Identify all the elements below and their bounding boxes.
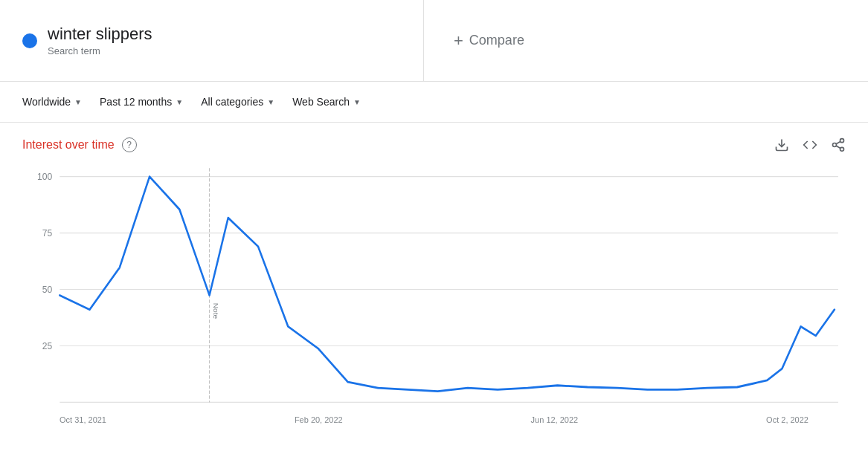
download-icon <box>774 137 789 152</box>
svg-point-2 <box>833 143 837 147</box>
x-label-jun2022: Jun 12, 2022 <box>531 415 579 424</box>
chart-section: Interest over time ? <box>0 123 868 432</box>
trend-line <box>60 177 835 392</box>
categories-dropdown-arrow: ▼ <box>267 98 274 106</box>
search-term-name: winter slippers <box>48 25 152 44</box>
region-label: Worldwide <box>22 96 71 108</box>
compare-label: Compare <box>469 33 524 48</box>
help-icon[interactable]: ? <box>122 137 137 152</box>
filter-bar: Worldwide ▼ Past 12 months ▼ All categor… <box>0 82 868 123</box>
svg-line-4 <box>836 146 840 148</box>
region-filter[interactable]: Worldwide ▼ <box>15 91 89 112</box>
search-term-sub: Search term <box>48 45 152 56</box>
time-filter[interactable]: Past 12 months ▼ <box>92 91 190 112</box>
download-button[interactable] <box>774 137 789 152</box>
region-dropdown-arrow: ▼ <box>74 98 82 106</box>
search-type-filter[interactable]: Web Search ▼ <box>285 91 368 112</box>
svg-point-3 <box>840 147 844 151</box>
x-axis-labels: Oct 31, 2021 Feb 20, 2022 Jun 12, 2022 O… <box>22 412 846 424</box>
chart-actions <box>774 137 846 152</box>
plus-icon: + <box>454 31 463 51</box>
svg-text:25: 25 <box>42 340 52 351</box>
chart-title-group: Interest over time ? <box>22 137 137 152</box>
time-dropdown-arrow: ▼ <box>176 98 183 106</box>
time-label: Past 12 months <box>100 96 172 108</box>
compare-button[interactable]: + Compare <box>454 31 524 51</box>
svg-text:75: 75 <box>42 227 52 239</box>
search-type-dropdown-arrow: ▼ <box>353 98 361 106</box>
svg-line-5 <box>836 141 840 143</box>
compare-section: + Compare <box>424 16 868 65</box>
trend-chart-svg: 100 75 50 25 Note <box>22 160 846 412</box>
x-label-feb2022: Feb 20, 2022 <box>295 415 343 424</box>
header: winter slippers Search term + Compare <box>0 0 868 82</box>
search-term-section: winter slippers Search term <box>0 0 424 81</box>
svg-text:50: 50 <box>42 283 52 295</box>
svg-text:100: 100 <box>37 171 52 183</box>
embed-button[interactable] <box>803 137 817 152</box>
share-button[interactable] <box>831 137 846 152</box>
chart-container: 100 75 50 25 Note <box>22 160 846 412</box>
chart-header: Interest over time ? <box>22 137 846 152</box>
share-icon <box>831 137 846 152</box>
categories-filter[interactable]: All categories ▼ <box>193 91 282 112</box>
x-label-oct2021: Oct 31, 2021 <box>60 415 106 424</box>
term-info: winter slippers Search term <box>48 25 152 56</box>
help-label: ? <box>126 140 132 150</box>
svg-text:Note: Note <box>212 303 219 319</box>
embed-icon <box>803 137 817 152</box>
categories-label: All categories <box>201 96 263 108</box>
chart-title: Interest over time <box>22 138 115 152</box>
search-term-dot <box>22 33 37 48</box>
x-label-oct2022: Oct 2, 2022 <box>766 415 808 424</box>
svg-point-1 <box>840 139 844 143</box>
search-type-label: Web Search <box>292 96 350 108</box>
